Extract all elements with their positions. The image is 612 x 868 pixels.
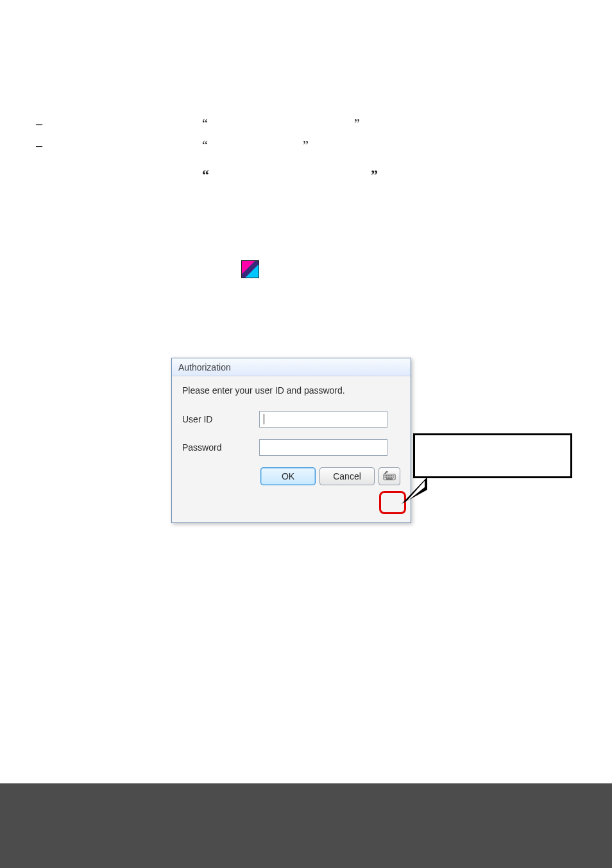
open-quote-mark-bold: “: [202, 167, 209, 183]
svg-rect-1: [385, 475, 386, 476]
dialog-button-row: OK Cancel: [172, 467, 411, 494]
ok-button[interactable]: OK: [260, 467, 316, 485]
dash-mark: –: [36, 138, 42, 153]
user-id-row: User ID: [182, 411, 400, 428]
callout-box: [413, 433, 572, 478]
svg-rect-5: [391, 475, 393, 476]
svg-rect-10: [389, 476, 391, 478]
svg-rect-6: [393, 475, 394, 476]
dialog-title: Authorization: [178, 362, 231, 372]
svg-rect-2: [386, 475, 387, 476]
open-quote-mark: “: [202, 117, 208, 131]
cancel-button[interactable]: Cancel: [319, 467, 375, 485]
callout-tail: [402, 476, 440, 517]
svg-marker-14: [402, 477, 427, 504]
close-quote-mark: ”: [354, 117, 360, 131]
svg-rect-9: [388, 476, 389, 478]
ok-button-label: OK: [282, 471, 294, 481]
keyboard-icon: [383, 471, 396, 483]
dialog-titlebar[interactable]: Authorization: [172, 358, 411, 376]
close-quote-mark-bold: ”: [371, 167, 378, 183]
password-row: Password: [182, 439, 400, 456]
password-label: Password: [182, 442, 259, 453]
svg-rect-7: [385, 476, 386, 478]
user-id-label: User ID: [182, 414, 259, 424]
svg-rect-12: [393, 476, 394, 478]
svg-rect-4: [389, 475, 391, 476]
svg-rect-13: [386, 478, 393, 480]
open-quote-mark: “: [202, 138, 208, 153]
authorization-dialog: Authorization Please enter your user ID …: [171, 358, 411, 523]
svg-rect-3: [388, 475, 389, 476]
app-shortcut-icon[interactable]: [241, 260, 259, 278]
user-id-input[interactable]: [259, 411, 387, 428]
page-footer-bar: [0, 783, 612, 868]
close-quote-mark: ”: [303, 138, 309, 153]
dialog-instruction: Please enter your user ID and password.: [182, 385, 400, 396]
dialog-body: Please enter your user ID and password. …: [172, 376, 411, 456]
virtual-keyboard-button[interactable]: [378, 467, 400, 485]
cancel-button-label: Cancel: [333, 471, 361, 481]
svg-rect-11: [391, 476, 393, 478]
password-input[interactable]: [259, 439, 387, 456]
svg-rect-8: [386, 476, 387, 478]
text-caret: [264, 414, 264, 424]
dash-mark: –: [36, 117, 42, 131]
